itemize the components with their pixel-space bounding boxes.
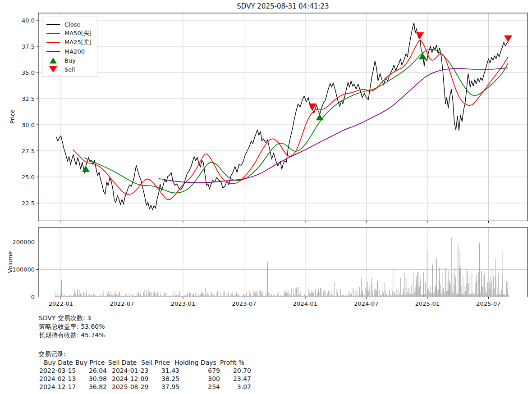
volume-bars	[55, 237, 509, 297]
hold-return-line: 长期持有收益: 45.74%	[39, 331, 105, 339]
legend-item-buy: Buy	[46, 56, 92, 65]
ma25-line-swatch	[46, 42, 60, 43]
ma200-line	[159, 68, 508, 183]
legend-item-sell: Sell	[46, 65, 92, 74]
price-axis-label: Price	[9, 109, 16, 124]
legend: Close MA50[买] MA25[卖] MA200 Buy Sell	[42, 17, 97, 77]
trade-col-header: Buy Price	[75, 359, 105, 367]
trade-col-header: Buy Date	[44, 359, 73, 367]
sell-triangle-icon	[46, 66, 60, 72]
trade-cell: 2024-12-17	[39, 383, 76, 391]
buy-markers	[82, 53, 427, 172]
legend-label: Buy	[64, 57, 76, 64]
tick-label: 2022-01	[49, 300, 73, 307]
volume-axis-label: Volume	[7, 251, 14, 273]
tick-label: 40.0	[22, 17, 35, 24]
tick-label: 2024-07	[354, 300, 378, 307]
tick-label: 2023-07	[232, 300, 256, 307]
tick-label: 35.0	[22, 69, 35, 76]
legend-label: MA200	[64, 48, 85, 55]
chart-title: SDVY 2025-08-31 04:41:23	[38, 2, 527, 10]
tick-label: 37.5	[22, 43, 35, 50]
trade-cell: 254	[184, 383, 220, 391]
trade-cell: 38.25	[143, 375, 179, 383]
trade-col-header: Sell Date	[108, 359, 137, 367]
legend-label: Sell	[64, 66, 75, 73]
close-line	[56, 23, 508, 210]
buy-triangle-icon	[46, 58, 60, 63]
trade-cell: 37.95	[143, 383, 179, 391]
tick-label: 27.5	[22, 148, 35, 154]
sell-marker	[504, 36, 512, 42]
close-line-swatch	[46, 24, 60, 25]
trade-cell: 2024-02-13	[39, 375, 76, 383]
legend-label: Close	[64, 21, 80, 28]
trade-cell: 20.70	[215, 367, 251, 375]
tick-label: 25.0	[22, 174, 35, 181]
tick-label: 0	[31, 294, 35, 300]
trade-cell: 36.82	[80, 383, 107, 391]
tick-label: 2022-07	[110, 300, 134, 307]
tick-label: 32.5	[22, 95, 35, 102]
legend-label: MA50[买]	[64, 29, 92, 37]
tick-label: 30.0	[22, 122, 35, 128]
tick-label: 200000	[12, 239, 35, 245]
strategy-return-line: 策略总收益率: 53.60%	[39, 323, 105, 330]
strategy-summary: SDVY 交易次数: 3 策略总收益率: 53.60% 长期持有收益: 45.7…	[39, 314, 105, 340]
trade-cell: 23.47	[215, 375, 251, 383]
legend-label: MA25[卖]	[64, 38, 92, 46]
tick-label: 2025-01	[415, 300, 440, 307]
trade-cell: 30.98	[80, 375, 107, 383]
legend-item-ma25: MA25[卖]	[46, 38, 92, 47]
trade-cell: 3.07	[215, 383, 251, 391]
trade-cell: 300	[184, 375, 220, 383]
trade-col-header: Profit %	[220, 359, 244, 367]
trade-col-header: Holding Days	[174, 359, 216, 367]
tick-label: 2025-07	[476, 300, 500, 307]
ma200-line-swatch	[46, 51, 60, 52]
axes-spines	[38, 13, 527, 297]
ma50-line-swatch	[46, 33, 60, 34]
buy-marker	[419, 53, 427, 59]
trade-cell: 2022-03-15	[39, 367, 76, 375]
tick-label: 2024-01	[293, 300, 317, 307]
figure: 22.525.027.530.032.535.037.540.001000002…	[0, 0, 532, 394]
trade-log-heading: 交易记录:	[38, 350, 66, 358]
tick-label: 2023-01	[171, 300, 195, 307]
tick-label: 22.5	[22, 200, 35, 207]
trade-cell: 31.43	[143, 367, 179, 375]
legend-item-ma200: MA200	[46, 47, 92, 56]
trade-cell: 679	[184, 367, 220, 375]
ma25-line	[73, 41, 508, 200]
ma50-line	[84, 50, 508, 193]
sell-marker	[308, 104, 316, 110]
trade-cell: 26.04	[80, 367, 107, 375]
legend-item-close: Close	[46, 20, 92, 29]
tick-label: 100000	[12, 266, 35, 273]
trade-col-header: Sell Price	[141, 359, 170, 367]
trade-log: 交易记录: Buy DateBuy PriceSell DateSell Pri…	[38, 350, 300, 393]
buy-marker	[316, 114, 324, 120]
price-series	[56, 23, 508, 210]
sell-marker	[416, 32, 424, 39]
legend-item-ma50: MA50[买]	[46, 29, 92, 38]
trades-count-line: SDVY 交易次数: 3	[39, 314, 91, 322]
